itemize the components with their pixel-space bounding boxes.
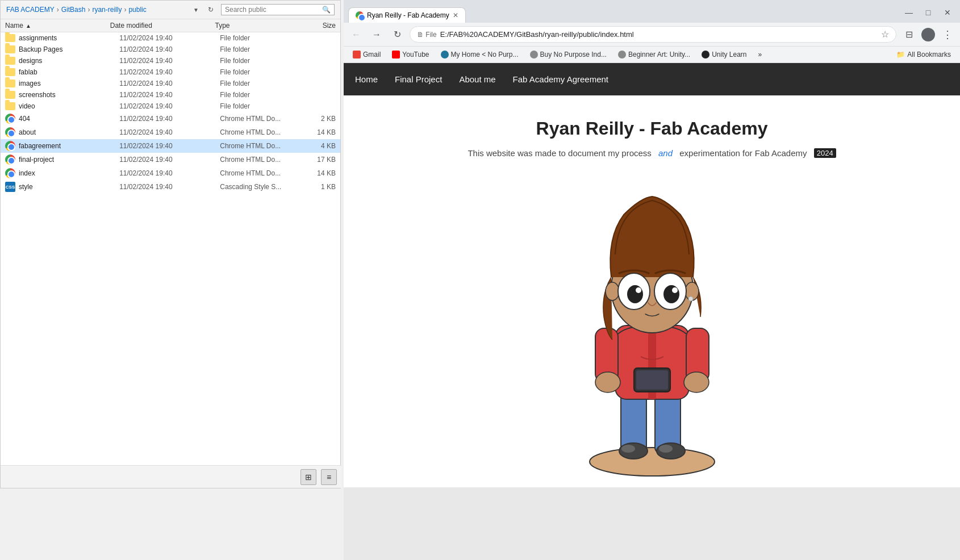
svg-point-24 — [636, 287, 641, 293]
tab-bar: Ryan Reilly - Fab Academy ✕ — □ ✕ — [348, 5, 955, 23]
refresh-button[interactable]: ↻ — [205, 4, 216, 15]
chrome-icon — [5, 141, 15, 151]
character-image-container — [344, 169, 960, 487]
bookmark-buynopurpose[interactable]: Buy No Purpose Ind... — [525, 49, 611, 60]
file-protocol-icon: 🗎 File — [417, 31, 437, 39]
bookmark-gmail-label: Gmail — [363, 51, 381, 58]
breadcrumb-ryan-reilly[interactable]: ryan-reilly — [92, 6, 122, 14]
reload-button[interactable]: ↻ — [389, 27, 405, 43]
svg-point-19 — [688, 296, 693, 301]
tab-cast-button[interactable]: ⊟ — [901, 27, 917, 43]
folder-icon — [5, 102, 15, 110]
more-bookmarks-button[interactable]: » — [754, 49, 767, 60]
list-item[interactable]: fablab 11/02/2024 19:40 File folder — [1, 66, 340, 78]
nav-home[interactable]: Home — [355, 63, 378, 95]
browser-profile-button[interactable] — [921, 28, 935, 41]
folder-icon — [5, 57, 15, 65]
chrome-icon — [5, 127, 15, 137]
bookmark-gmail[interactable]: Gmail — [348, 49, 385, 60]
chrome-icon — [5, 168, 15, 178]
list-item[interactable]: video 11/02/2024 19:40 File folder — [1, 101, 340, 112]
site-title: Ryan Reilly - Fab Academy — [355, 118, 949, 139]
file-explorer: FAB ACADEMY › GitBash › ryan-reilly › pu… — [0, 0, 341, 488]
breadcrumb-fab-academy[interactable]: FAB ACADEMY — [6, 6, 55, 14]
svg-point-25 — [672, 287, 678, 293]
folder-icon — [5, 91, 15, 99]
list-item[interactable]: about 11/02/2024 19:40 Chrome HTML Do...… — [1, 126, 340, 139]
window-minimize-button[interactable]: — — [901, 5, 917, 20]
breadcrumb-public[interactable]: public — [128, 6, 146, 14]
explorer-titlebar: FAB ACADEMY › GitBash › ryan-reilly › pu… — [1, 1, 340, 19]
site-hero: Ryan Reilly - Fab Academy This website w… — [344, 95, 960, 169]
bookmark-all-bookmarks[interactable]: 📁 All Bookmarks — [892, 49, 955, 60]
explorer-search-box[interactable]: 🔍 — [221, 4, 335, 15]
window-maximize-button[interactable]: □ — [920, 5, 936, 20]
nav-fab-academy-agreement[interactable]: Fab Academy Agreement — [513, 63, 608, 95]
bookmark-beginnerart-label: Beginner Art: Unity... — [628, 51, 690, 58]
unitylearn-icon — [702, 51, 709, 58]
svg-rect-14 — [636, 370, 668, 390]
list-item[interactable]: images 11/02/2024 19:40 File folder — [1, 78, 340, 89]
svg-point-6 — [659, 445, 673, 453]
tab-title: Ryan Reilly - Fab Academy — [367, 11, 449, 19]
gmail-icon — [353, 51, 361, 58]
folder-icon — [5, 68, 15, 76]
bookmark-myhome-label: My Home < No Purp... — [451, 51, 519, 58]
view-toggle-btn-2[interactable]: ≡ — [321, 469, 337, 485]
col-date-header[interactable]: Date modified — [110, 22, 215, 30]
list-item[interactable]: assignments 11/02/2024 19:40 File folder — [1, 32, 340, 44]
svg-point-17 — [606, 282, 619, 300]
bookmark-beginnerart[interactable]: Beginner Art: Unity... — [613, 49, 695, 60]
svg-point-12 — [684, 372, 709, 392]
svg-point-22 — [627, 285, 643, 303]
bookmarks-bar: Gmail YouTube My Home < No Purp... Buy N… — [344, 47, 960, 63]
explorer-breadcrumb: FAB ACADEMY › GitBash › ryan-reilly › pu… — [6, 6, 181, 14]
myhome-icon — [441, 51, 449, 58]
website-content: Home Final Project About me Fab Academy … — [344, 63, 960, 560]
list-item[interactable]: designs 11/02/2024 19:40 File folder — [1, 55, 340, 66]
forward-button[interactable]: → — [369, 27, 385, 43]
bookmark-buynopurpose-label: Buy No Purpose Ind... — [540, 51, 607, 58]
file-list: assignments 11/02/2024 19:40 File folder… — [1, 32, 340, 488]
nav-about-me[interactable]: About me — [459, 63, 495, 95]
folder-icon — [5, 34, 15, 42]
back-button[interactable]: ← — [348, 27, 364, 43]
browser-tab[interactable]: Ryan Reilly - Fab Academy ✕ — [348, 7, 466, 23]
nav-final-project[interactable]: Final Project — [395, 63, 442, 95]
year-badge: 2024 — [814, 148, 836, 158]
address-bar[interactable]: 🗎 File E:/FAB%20ACADEMY/GitBash/ryan-rei… — [410, 26, 896, 43]
buynopurpose-icon — [530, 51, 538, 58]
svg-point-5 — [621, 445, 635, 453]
search-input[interactable] — [225, 6, 322, 14]
css-icon: CSS — [5, 182, 15, 192]
youtube-icon — [392, 51, 400, 58]
browser-chrome: Ryan Reilly - Fab Academy ✕ — □ ✕ — [344, 0, 960, 23]
tab-favicon — [356, 11, 364, 19]
bookmark-myhome[interactable]: My Home < No Purp... — [436, 49, 523, 60]
col-size-header[interactable]: Size — [294, 22, 336, 30]
tab-close-icon[interactable]: ✕ — [453, 11, 458, 19]
list-item[interactable]: Backup Pages 11/02/2024 19:40 File folde… — [1, 44, 340, 55]
col-name-header[interactable]: Name ▲ — [5, 22, 110, 30]
bookmark-star-icon[interactable]: ☆ — [881, 29, 889, 40]
list-item[interactable]: CSS style 11/02/2024 19:40 Cascading Sty… — [1, 180, 340, 194]
taskbar: ⊞ ≡ — [1, 465, 341, 488]
dropdown-button[interactable]: ▼ — [190, 4, 202, 15]
more-icon: » — [758, 51, 762, 58]
all-bookmarks-icon: 📁 — [896, 51, 905, 58]
breadcrumb-gitbash[interactable]: GitBash — [61, 6, 86, 14]
view-toggle-btn-1[interactable]: ⊞ — [300, 469, 316, 485]
character-svg — [567, 181, 737, 482]
list-item[interactable]: 404 11/02/2024 19:40 Chrome HTML Do... 2… — [1, 112, 340, 126]
browser-menu-button[interactable]: ⋮ — [940, 27, 955, 43]
list-item[interactable]: index 11/02/2024 19:40 Chrome HTML Do...… — [1, 166, 340, 180]
list-item[interactable]: final-project 11/02/2024 19:40 Chrome HT… — [1, 153, 340, 166]
bookmark-unitylearn[interactable]: Unity Learn — [697, 49, 751, 60]
list-item[interactable]: screenshots 11/02/2024 19:40 File folder — [1, 89, 340, 101]
col-type-header[interactable]: Type — [215, 22, 294, 30]
window-close-button[interactable]: ✕ — [940, 5, 955, 20]
list-item-fabagreement[interactable]: fabagreement 11/02/2024 19:40 Chrome HTM… — [1, 139, 340, 153]
all-bookmarks-label: All Bookmarks — [907, 51, 951, 58]
bookmark-youtube[interactable]: YouTube — [387, 49, 433, 60]
address-text: E:/FAB%20ACADEMY/GitBash/ryan-reilly/pub… — [440, 30, 878, 39]
